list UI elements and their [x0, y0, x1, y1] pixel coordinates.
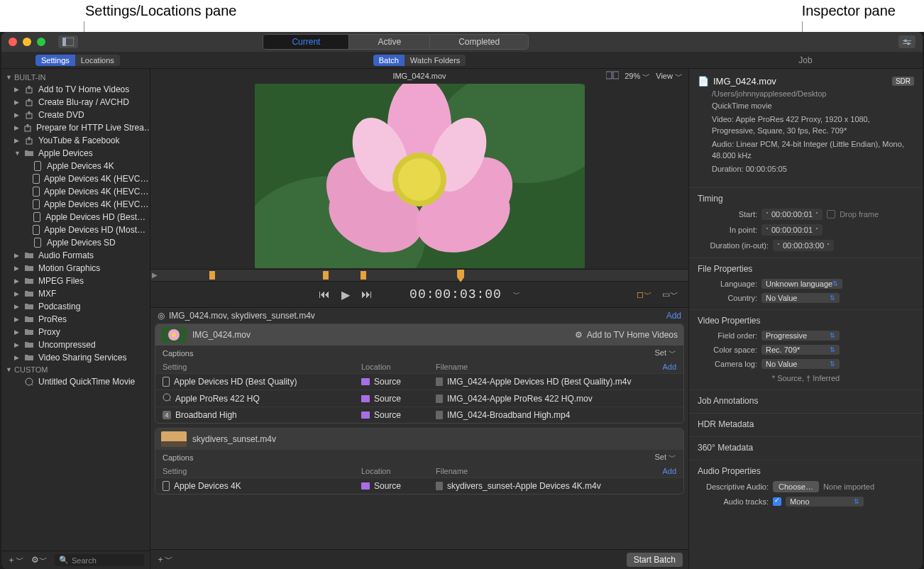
sidebar-item[interactable]: ▶Proxy — [1, 326, 150, 338]
sidebar-item[interactable]: ▶Video Sharing Services — [1, 351, 150, 364]
sidebar-item[interactable]: Apple Devices HD (Best… — [1, 211, 150, 223]
sidebar-item[interactable]: Untitled QuickTime Movie — [1, 375, 150, 388]
col-filename: Filename — [436, 363, 662, 371]
job-action[interactable]: Add to TV Home Videos — [587, 330, 678, 340]
sidebar-item[interactable]: Apple Devices HD (Most… — [1, 223, 150, 236]
timeline-marker[interactable] — [323, 271, 329, 280]
output-row[interactable]: Apple Devices HD (Best Quality) Source I… — [155, 373, 683, 390]
settings-tree[interactable]: ▼BUILT-IN ▶Add to TV Home Videos▶Create … — [1, 69, 150, 551]
job-header[interactable]: IMG_0424.mov⚙Add to TV Home Videos — [155, 324, 683, 346]
sidebar-item-label: MPEG Files — [38, 276, 84, 286]
sidebar-item[interactable]: ▶Create DVD — [1, 109, 150, 121]
tab-watch-folders[interactable]: Watch Folders — [405, 55, 466, 66]
tab-active[interactable]: Active — [349, 35, 430, 49]
inspector-toggle-button[interactable] — [898, 35, 915, 48]
add-job-button[interactable]: ＋﹀ — [156, 553, 173, 565]
preview-filename: IMG_0424.mov — [392, 72, 446, 80]
device-icon — [33, 187, 40, 197]
playhead[interactable] — [457, 270, 464, 282]
sidebar-item[interactable]: ▶YouTube & Facebook — [1, 134, 150, 147]
fieldorder-select[interactable]: Progressive⇅ — [761, 331, 840, 341]
marker-menu-button[interactable]: ◻﹀ — [637, 289, 652, 301]
audiotrack-select[interactable]: Mono⇅ — [786, 497, 864, 507]
hdr-section[interactable]: HDR Metadata — [689, 413, 923, 432]
preview-viewport[interactable] — [150, 83, 688, 269]
builtin-header[interactable]: ▼BUILT-IN — [1, 72, 150, 83]
display-menu-button[interactable]: ▭﹀ — [662, 289, 678, 301]
country-select[interactable]: No Value⇅ — [761, 293, 840, 303]
search-input[interactable]: 🔍 Search — [55, 554, 144, 566]
add-output-button[interactable]: Add — [662, 467, 676, 475]
sidebar-item[interactable]: Apple Devices 4K — [1, 160, 150, 172]
zoom-window-button[interactable] — [37, 38, 45, 46]
timeline-marker[interactable] — [361, 271, 366, 280]
captions-set-menu[interactable]: Set ﹀ — [654, 452, 676, 463]
sidebar-item-label: Apple Devices 4K (HEVC… — [44, 199, 148, 209]
colorspace-select[interactable]: Rec. 709*⇅ — [761, 345, 840, 355]
duration-field[interactable]: ˅00:00:03:00˄ — [773, 240, 834, 251]
add-button[interactable]: ＋﹀ — [7, 554, 24, 566]
start-field[interactable]: ˅00:00:00:01˄ — [761, 209, 823, 220]
sidebar-item[interactable]: Apple Devices 4K (HEVC… — [1, 185, 150, 198]
sidebar-item[interactable]: Apple Devices SD — [1, 236, 150, 249]
sidebar-item[interactable]: Apple Devices 4K (HEVC… — [1, 172, 150, 185]
captions-set-menu[interactable]: Set ﹀ — [654, 348, 676, 358]
output-row[interactable]: Apple Devices 4K Source skydivers_sunset… — [155, 477, 683, 494]
sidebar-item[interactable]: Apple Devices 4K (HEVC… — [1, 198, 150, 211]
sidebar-item-label: Audio Formats — [38, 250, 94, 260]
language-select[interactable]: Unknown language⇅ — [761, 279, 842, 289]
timeline-marker[interactable] — [209, 271, 215, 280]
add-output-button[interactable]: Add — [662, 363, 676, 371]
sidebar-item[interactable]: ▶Podcasting — [1, 300, 150, 313]
compare-icon[interactable] — [606, 71, 619, 81]
view-menu[interactable]: View ﹀ — [656, 71, 683, 82]
setting-name: Apple Devices HD (Best Quality) — [174, 377, 297, 387]
play-button[interactable]: ▶ — [341, 288, 350, 302]
batch-add-button[interactable]: Add — [666, 311, 681, 321]
folder-icon — [24, 265, 34, 272]
choose-button[interactable]: Choose… — [773, 481, 819, 492]
zoom-level[interactable]: 29% ﹀ — [625, 71, 650, 82]
sidebar-item[interactable]: ▼Apple Devices — [1, 147, 150, 160]
sidebar-toggle-button[interactable] — [58, 35, 78, 48]
tab-settings[interactable]: Settings — [35, 55, 75, 66]
inpoint-field[interactable]: ˅00:00:00:01˄ — [761, 224, 823, 236]
timecode-menu[interactable]: ﹀ — [513, 289, 520, 299]
output-row[interactable]: Apple ProRes 422 HQ Source IMG_0424-Appl… — [155, 390, 683, 407]
sidebar-item[interactable]: ▶Create Blu-ray / AVCHD — [1, 96, 150, 109]
minimize-window-button[interactable] — [23, 38, 31, 46]
sidebar-item-label: Create Blu-ray / AVCHD — [38, 97, 129, 107]
timecode-display[interactable]: 00:00:03:00 — [409, 287, 502, 302]
custom-header[interactable]: ▼CUSTOM — [1, 364, 150, 375]
sidebar-item[interactable]: ▶Audio Formats — [1, 249, 150, 262]
dropframe-checkbox[interactable] — [827, 210, 835, 219]
sidebar-item[interactable]: ▶MXF — [1, 287, 150, 300]
start-batch-button[interactable]: Start Batch — [627, 553, 683, 567]
location-name: Source — [374, 481, 401, 491]
output-row[interactable]: 4Broadband High Source IMG_0424-Broadban… — [155, 407, 683, 423]
close-window-button[interactable] — [9, 38, 17, 46]
sidebar-item[interactable]: ▶Uncompressed — [1, 338, 150, 351]
tab-locations[interactable]: Locations — [75, 55, 120, 66]
cameralog-select[interactable]: No Value⇅ — [761, 359, 840, 369]
action-menu-button[interactable]: ⚙﹀ — [31, 554, 48, 566]
captions-label: Captions — [163, 349, 193, 358]
audiotrack-checkbox[interactable] — [773, 497, 781, 506]
tab-completed[interactable]: Completed — [430, 35, 528, 49]
location-name: Source — [374, 394, 401, 404]
sidebar-item[interactable]: ▶Add to TV Home Videos — [1, 83, 150, 96]
tab-current[interactable]: Current — [263, 35, 349, 49]
jobann-section[interactable]: Job Annotations — [689, 390, 923, 409]
meta360-section[interactable]: 360° Metadata — [689, 436, 923, 455]
qt-icon — [163, 393, 171, 404]
next-frame-button[interactable]: ⏭ — [361, 288, 373, 301]
prev-frame-button[interactable]: ⏮ — [319, 288, 330, 301]
sidebar-item[interactable]: ▶MPEG Files — [1, 275, 150, 287]
folder-icon — [24, 328, 34, 336]
sidebar-item[interactable]: ▶Motion Graphics — [1, 262, 150, 275]
sidebar-item[interactable]: ▶ProRes — [1, 313, 150, 326]
sidebar-item[interactable]: ▶Prepare for HTTP Live Strea… — [1, 121, 150, 134]
tab-batch[interactable]: Batch — [373, 55, 405, 66]
job-header[interactable]: skydivers_sunset.m4v — [155, 429, 683, 450]
timeline[interactable]: ▶ — [150, 269, 688, 282]
